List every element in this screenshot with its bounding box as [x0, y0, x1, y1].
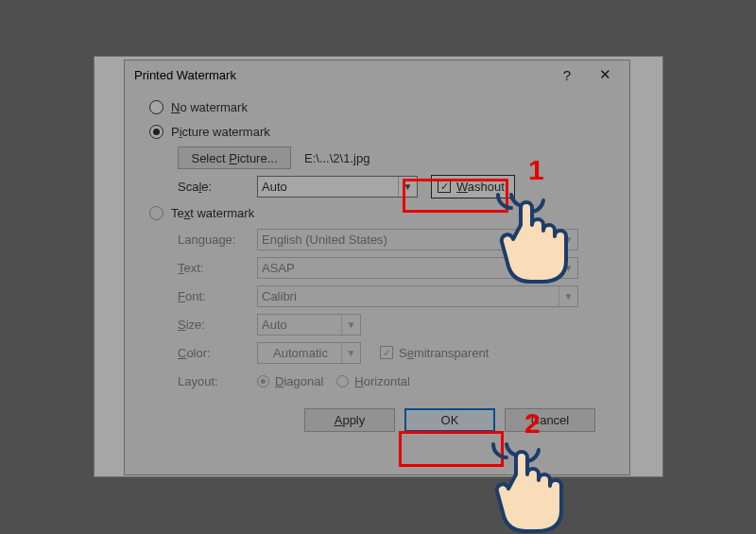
font-combo: Calibri ▼	[257, 285, 578, 307]
font-label: Font:	[178, 289, 257, 303]
close-button[interactable]: ✕	[586, 61, 624, 88]
picture-watermark-option[interactable]: Picture watermark	[149, 119, 612, 144]
chevron-down-icon: ▼	[558, 258, 577, 278]
color-label: Color:	[178, 346, 257, 360]
chevron-down-icon: ▼	[558, 286, 577, 306]
picture-path-label: E:\...\2\1.jpg	[304, 151, 369, 165]
radio-checked-icon	[257, 375, 269, 388]
printed-watermark-dialog: Printed Watermark ? ✕ No watermark Pictu…	[124, 60, 630, 475]
checkbox-checked-icon: ✓	[380, 346, 393, 359]
scale-combo[interactable]: Auto ▼	[257, 176, 418, 198]
color-value: Automatic	[273, 346, 328, 360]
radio-checked-icon	[149, 125, 163, 139]
radio-unchecked-icon	[149, 206, 163, 220]
layout-label: Layout:	[178, 374, 257, 388]
no-watermark-option[interactable]: No watermark	[149, 95, 612, 119]
font-value: Calibri	[262, 289, 297, 303]
size-value: Auto	[262, 318, 287, 332]
scale-value: Auto	[262, 180, 287, 194]
size-combo: Auto ▼	[257, 314, 361, 336]
dialog-titlebar: Printed Watermark ? ✕	[125, 60, 629, 89]
cancel-button[interactable]: Cancel	[505, 408, 595, 432]
text-watermark-option[interactable]: Text watermark	[149, 200, 612, 225]
size-label: Size:	[178, 318, 257, 332]
layout-diagonal-label: Diagonal	[275, 374, 323, 388]
radio-unchecked-icon	[149, 100, 163, 114]
dialog-title: Printed Watermark	[134, 68, 548, 82]
scale-label: Scale:	[178, 180, 257, 194]
radio-unchecked-icon	[336, 375, 349, 388]
washout-checkbox[interactable]: ✓ Washout	[431, 175, 515, 198]
color-combo: Automatic ▼	[257, 342, 361, 364]
chevron-down-icon: ▼	[558, 230, 577, 250]
layout-horizontal-label: Horizontal	[354, 374, 410, 388]
help-icon: ?	[563, 67, 571, 83]
checkbox-checked-icon: ✓	[438, 180, 451, 193]
close-icon: ✕	[599, 66, 611, 83]
select-picture-button[interactable]: Select Picture...	[178, 146, 291, 169]
text-value: ASAP	[262, 261, 295, 275]
language-label: Language:	[178, 233, 257, 247]
help-button[interactable]: ?	[548, 61, 586, 88]
chevron-down-icon: ▼	[398, 177, 417, 197]
text-label: Text:	[178, 261, 257, 275]
chevron-down-icon: ▼	[341, 343, 360, 363]
language-combo: English (United States) ▼	[257, 229, 578, 250]
ok-button[interactable]: OK	[404, 408, 495, 432]
apply-button[interactable]: Apply	[304, 408, 395, 432]
text-combo: ASAP ▼	[257, 257, 578, 279]
chevron-down-icon: ▼	[341, 315, 360, 335]
language-value: English (United States)	[262, 233, 387, 247]
